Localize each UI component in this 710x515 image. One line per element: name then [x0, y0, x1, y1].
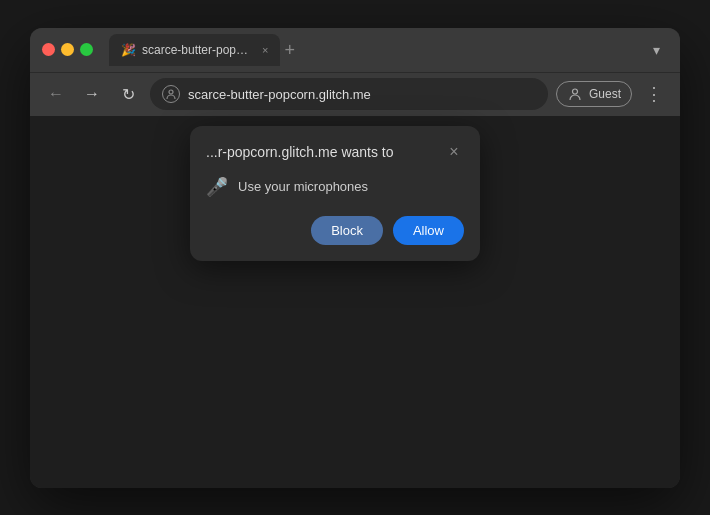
more-options-button[interactable]: ⋮ [640, 80, 668, 108]
browser-window: 🎉 scarce-butter-popcorn.glitch... × + ▾ … [30, 28, 680, 488]
allow-button[interactable]: Allow [393, 216, 464, 245]
minimize-window-button[interactable] [61, 43, 74, 56]
tab-dropdown-button[interactable]: ▾ [644, 38, 668, 62]
svg-point-0 [169, 90, 173, 94]
microphone-icon: 🎤 [206, 176, 228, 198]
tab-area: 🎉 scarce-butter-popcorn.glitch... × + [109, 34, 636, 66]
popup-header: ...r-popcorn.glitch.me wants to × [206, 142, 464, 162]
new-tab-button[interactable]: + [284, 41, 295, 59]
title-bar: 🎉 scarce-butter-popcorn.glitch... × + ▾ [30, 28, 680, 72]
close-window-button[interactable] [42, 43, 55, 56]
active-tab[interactable]: 🎉 scarce-butter-popcorn.glitch... × [109, 34, 280, 66]
url-text: scarce-butter-popcorn.glitch.me [188, 87, 371, 102]
forward-button[interactable]: → [78, 80, 106, 108]
site-info-icon[interactable] [162, 85, 180, 103]
tab-favicon-icon: 🎉 [121, 43, 136, 57]
refresh-button[interactable]: ↻ [114, 80, 142, 108]
page-content: ...r-popcorn.glitch.me wants to × 🎤 Use … [30, 116, 680, 488]
address-bar[interactable]: scarce-butter-popcorn.glitch.me [150, 78, 548, 110]
popup-close-button[interactable]: × [444, 142, 464, 162]
block-button[interactable]: Block [311, 216, 383, 245]
toolbar: ← → ↻ scarce-butter-popcorn.glitch.me Gu… [30, 72, 680, 116]
permission-description: Use your microphones [238, 179, 368, 194]
svg-point-1 [572, 89, 577, 94]
traffic-lights [42, 43, 93, 56]
popup-actions: Block Allow [206, 216, 464, 245]
back-button[interactable]: ← [42, 80, 70, 108]
maximize-window-button[interactable] [80, 43, 93, 56]
tab-close-button[interactable]: × [262, 44, 268, 56]
profile-button[interactable]: Guest [556, 81, 632, 107]
permission-popup: ...r-popcorn.glitch.me wants to × 🎤 Use … [190, 126, 480, 261]
tab-title: scarce-butter-popcorn.glitch... [142, 43, 252, 57]
profile-label: Guest [589, 87, 621, 101]
popup-title: ...r-popcorn.glitch.me wants to [206, 144, 394, 160]
popup-permission-row: 🎤 Use your microphones [206, 176, 464, 198]
